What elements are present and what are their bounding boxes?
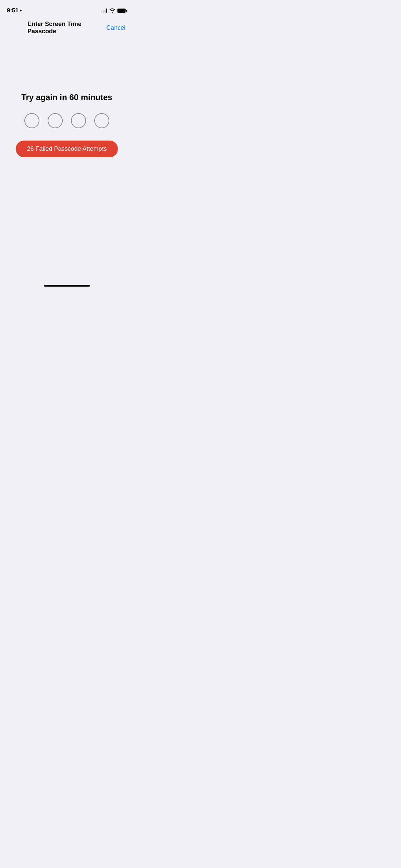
wifi-icon bbox=[109, 8, 115, 14]
passcode-dots bbox=[24, 113, 109, 128]
cancel-button[interactable]: Cancel bbox=[106, 24, 125, 32]
passcode-dot-4 bbox=[94, 113, 109, 128]
main-content: Try again in 60 minutes 26 Failed Passco… bbox=[0, 38, 134, 157]
status-time: 9:51 ‣ bbox=[7, 7, 22, 14]
nav-bar: Enter Screen Time Passcode Cancel bbox=[0, 16, 134, 38]
failed-attempts-badge: 26 Failed Passcode Attempts bbox=[16, 141, 118, 157]
nav-title: Enter Screen Time Passcode bbox=[27, 21, 106, 35]
signal-icon bbox=[101, 9, 107, 13]
try-again-message: Try again in 60 minutes bbox=[21, 93, 112, 102]
location-arrow-icon: ‣ bbox=[20, 8, 22, 13]
battery-icon bbox=[117, 9, 127, 13]
passcode-dot-1 bbox=[24, 113, 39, 128]
passcode-dot-2 bbox=[48, 113, 63, 128]
status-bar: 9:51 ‣ bbox=[0, 0, 134, 16]
status-icons bbox=[101, 8, 127, 14]
time-label: 9:51 bbox=[7, 7, 19, 14]
home-indicator bbox=[44, 285, 90, 287]
passcode-dot-3 bbox=[71, 113, 86, 128]
